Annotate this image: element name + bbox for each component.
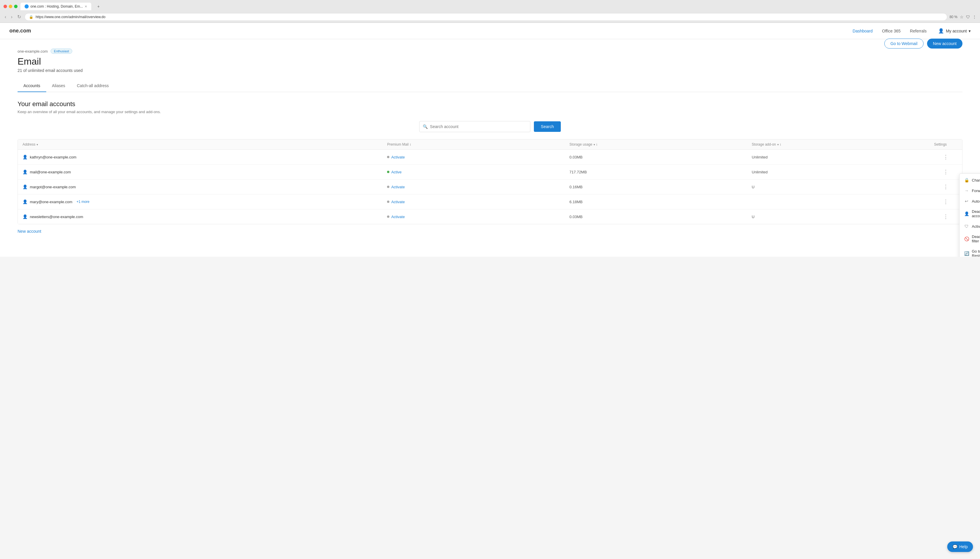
menu-backup-restore[interactable]: 🔄 Go to Backup & Restore: [960, 246, 980, 257]
address-bar[interactable]: 🔒 https://www.one.com/admin/mail/overvie…: [25, 13, 947, 21]
nav-referrals[interactable]: Referrals: [910, 29, 927, 33]
user-icon: 👤: [938, 28, 944, 34]
page-title: Email: [18, 56, 962, 67]
table-row: 👤 margot@one-example.com Activate 0.16MB…: [18, 180, 962, 194]
back-button[interactable]: ‹: [3, 13, 7, 21]
tab-catchall[interactable]: Catch-all address: [71, 80, 115, 92]
status-dot: [387, 186, 390, 188]
col-address: Address ▾: [23, 142, 387, 147]
email-address: mary@one-example.com: [30, 200, 72, 204]
premium-status[interactable]: Activate: [387, 185, 569, 189]
zoom-level: 80 %: [950, 15, 957, 19]
nav-links: Dashboard Office 365 Referrals: [853, 29, 927, 33]
bookmark-icon[interactable]: ☆: [960, 15, 963, 19]
col-settings: Settings: [934, 142, 957, 147]
domain-row: one-example.com Enthusiast: [18, 48, 962, 54]
email-address: margot@one-example.com: [30, 185, 76, 189]
sort-icon: ▾: [594, 143, 595, 146]
browser-window-controls[interactable]: [3, 5, 18, 8]
context-menu: 🔒 Change password → Forwards ↩ Auto-repl…: [959, 174, 980, 257]
email-address: kathryn@one-example.com: [30, 155, 76, 159]
reload-button[interactable]: ↻: [16, 13, 22, 21]
search-button[interactable]: Search: [534, 121, 561, 132]
search-input[interactable]: [419, 121, 531, 132]
lock-icon: 🔒: [964, 178, 969, 182]
top-nav: one.com Dashboard Office 365 Referrals 👤…: [0, 23, 980, 39]
row-menu-button[interactable]: ⋮: [934, 213, 957, 220]
col-storage: Storage usage ▾ ℹ: [570, 142, 752, 147]
addon-value: Unlimited: [752, 170, 934, 174]
go-to-webmail-button[interactable]: Go to Webmail: [884, 39, 924, 48]
status-dot: [387, 171, 390, 173]
account-icon: 👤: [23, 199, 28, 204]
premium-status[interactable]: Activate: [387, 215, 569, 219]
extensions-icon[interactable]: ⋮: [972, 15, 977, 19]
page-content: one-example.com Enthusiast Go to Webmail…: [0, 39, 980, 248]
premium-status[interactable]: Activate: [387, 200, 569, 204]
browser-toolbar-icons: ☆ 🛡 ⋮: [960, 15, 977, 19]
info-icon: ℹ: [410, 143, 411, 146]
addon-value: U: [752, 185, 934, 189]
tab-close-button[interactable]: ✕: [85, 5, 87, 8]
premium-status[interactable]: Active: [387, 170, 569, 174]
menu-forwards[interactable]: → Forwards: [960, 185, 980, 196]
table-row: 👤 mary@one-example.com +1 more Activate …: [18, 194, 962, 209]
storage-value: 717.72MB: [570, 170, 752, 174]
forward-button[interactable]: ›: [10, 13, 13, 21]
tab-bar: Accounts Aliases Catch-all address: [18, 80, 962, 92]
tab-accounts[interactable]: Accounts: [18, 80, 46, 92]
sort-icon: ▾: [777, 143, 779, 146]
menu-deactivate-account[interactable]: 👤 Deactivate account: [960, 207, 980, 221]
search-wrap: 🔍: [419, 121, 531, 132]
page-subtitle: 21 of unlimited email accounts used: [18, 68, 962, 73]
account-icon: 👤: [23, 185, 28, 189]
section-desc: Keep an overview of all your email accou…: [18, 110, 962, 114]
menu-deactivate-spam[interactable]: 🚫 Deactivate spam filter: [960, 232, 980, 246]
new-account-link[interactable]: New account: [18, 224, 41, 238]
account-icon: 👤: [23, 214, 28, 219]
row-menu-button[interactable]: ⋮: [934, 184, 957, 190]
new-account-button[interactable]: New account: [927, 39, 962, 48]
menu-auto-reply[interactable]: ↩ Auto-reply: [960, 196, 980, 207]
row-menu-button[interactable]: ⋮: [934, 154, 957, 160]
menu-activate-sanebox[interactable]: 🛡 Activate sanebox: [960, 221, 980, 232]
app-container: one.com Dashboard Office 365 Referrals 👤…: [0, 23, 980, 257]
my-account-menu[interactable]: 👤 My account ▾: [938, 28, 971, 34]
storage-value: 0.03MB: [570, 155, 752, 159]
minimize-dot[interactable]: [9, 5, 12, 8]
row-menu-button[interactable]: ⋮: [934, 169, 957, 175]
tab-aliases[interactable]: Aliases: [46, 80, 71, 92]
active-tab[interactable]: one.com : Hosting, Domain, Em... ✕: [20, 3, 91, 10]
col-addon: Storage add-on ▾ ℹ: [752, 142, 934, 147]
row-menu-button[interactable]: ⋮: [934, 198, 957, 205]
table-row: 👤 kathryn@one-example.com Activate 0.03M…: [18, 150, 962, 165]
action-buttons: Go to Webmail New account: [884, 39, 962, 48]
premium-status[interactable]: Activate: [387, 155, 569, 159]
plan-badge: Enthusiast: [51, 48, 72, 54]
logo: one.com: [9, 28, 31, 34]
storage-value: 6.18MB: [570, 200, 752, 204]
menu-change-password[interactable]: 🔒 Change password: [960, 175, 980, 185]
new-tab-button[interactable]: +: [94, 2, 103, 10]
account-icon: 👤: [23, 170, 28, 174]
fullscreen-dot[interactable]: [14, 5, 18, 8]
email-cell: 👤 mary@one-example.com +1 more: [23, 199, 387, 204]
url-text: https://www.one.com/admin/mail/overview.…: [36, 15, 106, 19]
email-cell: 👤 kathryn@one-example.com: [23, 155, 387, 159]
nav-office365[interactable]: Office 365: [882, 29, 901, 33]
shield-icon: 🛡: [966, 15, 970, 19]
sort-icon: ▾: [36, 143, 38, 146]
search-row: 🔍 Search: [18, 121, 962, 132]
status-dot: [387, 200, 390, 203]
storage-value: 0.16MB: [570, 185, 752, 189]
table-row: 👤 mail@one-example.com Active 717.72MB U…: [18, 165, 962, 180]
status-dot: [387, 215, 390, 218]
close-dot[interactable]: [3, 5, 7, 8]
shield-icon: 🛡: [964, 224, 969, 228]
account-icon: 👤: [23, 155, 28, 159]
logo-text: one.com: [9, 28, 31, 34]
section-title: Your email accounts: [18, 100, 962, 108]
chevron-down-icon: ▾: [968, 29, 971, 33]
nav-dashboard[interactable]: Dashboard: [853, 29, 873, 33]
browser-chrome: one.com : Hosting, Domain, Em... ✕ + ‹ ›…: [0, 0, 980, 23]
